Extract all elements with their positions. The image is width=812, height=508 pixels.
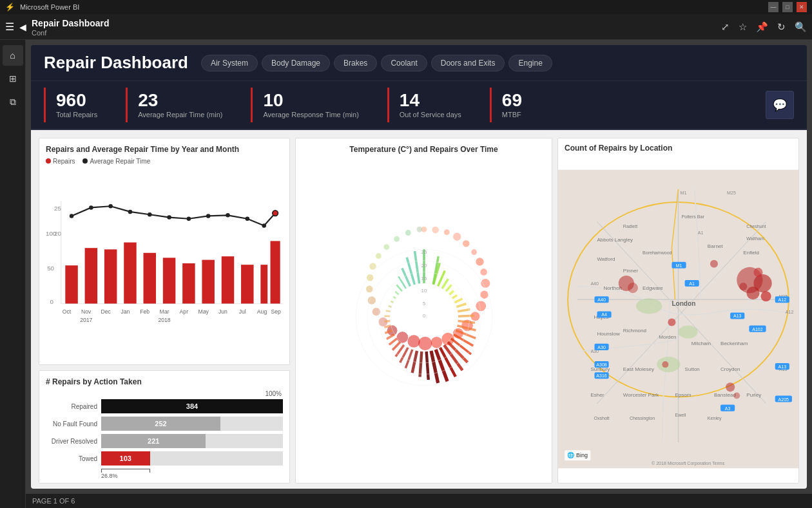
svg-text:© 2018 Microsoft Corporation  : © 2018 Microsoft Corporation Terms [652, 461, 725, 466]
chat-icon[interactable]: 💬 [766, 91, 794, 119]
svg-line-120 [414, 250, 419, 283]
svg-text:A12: A12 [786, 310, 794, 314]
action-label-no-fault: No Fault Found [46, 420, 97, 428]
bar-line-chart-title: Repairs and Average Repair Time by Year … [46, 145, 283, 154]
kpi-label-avg-repair: Average Repair Time (min) [138, 111, 222, 118]
sidebar-item-grid[interactable]: ⊞ [3, 68, 23, 89]
svg-line-86 [458, 309, 470, 311]
svg-text:M25: M25 [727, 191, 736, 195]
svg-point-214 [668, 318, 675, 326]
minimize-btn[interactable]: — [768, 2, 778, 12]
svg-text:0: 0 [422, 313, 425, 319]
svg-point-28 [273, 211, 278, 216]
svg-line-99 [420, 351, 421, 377]
svg-point-25 [226, 213, 229, 217]
svg-line-109 [384, 321, 390, 321]
sidebar-item-layers[interactable]: ⧉ [3, 91, 23, 112]
svg-text:Jul: Jul [239, 308, 246, 315]
app-name: Microsoft Power BI [20, 3, 79, 11]
back-button[interactable]: ◀ [19, 22, 26, 32]
kpi-value-out-of-service: 14 [400, 91, 461, 109]
svg-text:Feb: Feb [140, 308, 150, 315]
svg-line-88 [458, 321, 474, 323]
svg-line-87 [458, 315, 474, 316]
svg-point-66 [372, 308, 380, 315]
dashboard-title: Repair Dashboard [44, 53, 188, 73]
bar-chart-svg: 25 20 100 50 0 [46, 169, 283, 358]
svg-text:Mitcham: Mitcham [691, 341, 711, 346]
svg-text:A4: A4 [601, 312, 607, 317]
svg-rect-7 [104, 249, 117, 303]
svg-point-55 [476, 301, 486, 311]
svg-point-70 [369, 263, 376, 270]
svg-line-80 [442, 279, 448, 288]
svg-text:A102: A102 [752, 327, 763, 332]
svg-point-19 [108, 204, 112, 208]
page-indicator: PAGE 1 OF 6 [32, 497, 75, 505]
svg-text:A12: A12 [778, 297, 787, 302]
svg-text:Waltham: Waltham [746, 236, 764, 241]
pin-icon[interactable]: 📌 [756, 21, 768, 33]
svg-point-17 [70, 214, 73, 218]
expand-icon[interactable]: ⤢ [721, 21, 730, 33]
svg-text:Dec: Dec [101, 308, 111, 315]
map-svg: M25 A40 A30 M1 A1 A12 A13 M25 Abbots Lan… [558, 155, 798, 483]
kpi-total-repairs: 960 Total Repairs [44, 88, 113, 122]
action-label-driver: Driver Resolved [46, 438, 97, 445]
svg-text:Kenley: Kenley [708, 416, 722, 421]
svg-line-98 [426, 351, 428, 379]
chart-legend: Repairs Average Repair Time [46, 158, 283, 165]
svg-text:A30: A30 [597, 345, 606, 350]
svg-point-48 [453, 232, 461, 240]
svg-text:Jan: Jan [121, 308, 130, 315]
svg-point-20 [128, 210, 132, 214]
action-value-no-fault: 252 [155, 420, 166, 428]
star-icon[interactable]: ☆ [739, 21, 747, 33]
left-panel: Repairs and Average Repair Time by Year … [39, 138, 290, 484]
kpi-label-mtbf: MTBF [502, 111, 522, 118]
tab-engine[interactable]: Engine [508, 55, 552, 71]
radial-chart-container: 25 20 15 10 5 0 [302, 158, 545, 476]
tab-coolant[interactable]: Coolant [381, 55, 427, 71]
svg-text:2017: 2017 [80, 317, 92, 323]
svg-text:15: 15 [421, 275, 427, 281]
svg-point-62 [407, 335, 420, 347]
svg-text:Epsom: Epsom [675, 392, 691, 398]
svg-point-211 [739, 283, 747, 290]
kpi-out-of-service: 14 Out of Service days [387, 88, 477, 122]
kpi-avg-repair: 23 Average Repair Time (min) [126, 88, 238, 122]
tab-body-damage[interactable]: Body Damage [262, 55, 330, 71]
tab-brakes[interactable]: Brakes [334, 55, 377, 71]
action-row-driver: Driver Resolved 221 [46, 434, 283, 448]
radial-chart-panel: Temperature (C°) and Repairs Over Time [295, 138, 552, 484]
sidebar-item-home[interactable]: ⌂ [3, 45, 23, 66]
action-label-repaired: Repaired [46, 403, 97, 410]
action-value-driver: 221 [148, 437, 159, 445]
svg-rect-10 [163, 258, 175, 303]
hamburger-icon[interactable]: ☰ [5, 21, 14, 33]
svg-line-113 [391, 301, 393, 302]
actions-footer-pct: 26.8% [101, 473, 118, 479]
legend-avg-repair: Average Repair Time [82, 158, 150, 165]
svg-text:Borehamwood: Borehamwood [643, 250, 672, 255]
svg-text:Abbots Langley: Abbots Langley [597, 237, 632, 243]
svg-text:Oct: Oct [63, 308, 72, 315]
tab-doors-exits[interactable]: Doors and Exits [431, 55, 505, 71]
legend-repairs: Repairs [46, 158, 75, 165]
close-btn[interactable]: ✕ [797, 2, 807, 12]
map-title: Count of Repairs by Location [558, 138, 798, 155]
svg-point-24 [206, 214, 210, 218]
actions-chart-title: # Repairs by Action Taken [46, 377, 283, 386]
svg-text:A308: A308 [596, 362, 607, 367]
svg-point-215 [662, 361, 668, 368]
refresh-icon[interactable]: ↻ [777, 21, 786, 33]
svg-point-74 [405, 230, 411, 236]
svg-text:A13: A13 [733, 314, 742, 318]
svg-text:A40: A40 [590, 281, 599, 286]
svg-text:Radlett: Radlett [623, 224, 637, 229]
svg-rect-5 [65, 265, 77, 304]
tab-air-system[interactable]: Air System [201, 55, 258, 71]
svg-rect-13 [222, 256, 234, 304]
search-icon[interactable]: 🔍 [795, 21, 807, 33]
maximize-btn[interactable]: □ [782, 2, 793, 12]
